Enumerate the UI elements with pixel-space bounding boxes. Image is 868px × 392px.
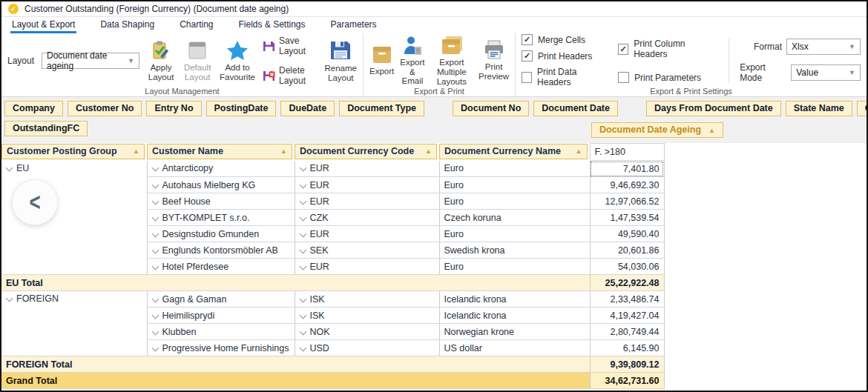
header-customer-name[interactable]: Customer Name▲ bbox=[147, 144, 292, 159]
chip-outstanding-fc[interactable]: OutstandingFC bbox=[4, 121, 88, 136]
currency-name-cell[interactable]: Euro bbox=[439, 161, 590, 177]
value-cell[interactable]: 1,47,539.54 bbox=[590, 210, 664, 226]
currency-code-cell[interactable]: ISK bbox=[295, 291, 439, 308]
print-column-headers-checkbox[interactable]: ✓ Print Column Headers bbox=[618, 39, 715, 59]
save-layout-button[interactable]: Save Layout bbox=[263, 36, 318, 56]
value-cell[interactable]: 2,33,486.74 bbox=[590, 291, 664, 308]
customer-cell[interactable]: Progressive Home Furnishings bbox=[147, 340, 295, 356]
collapse-chevron-icon[interactable] bbox=[299, 295, 306, 302]
export-email-button[interactable]: Export & Email bbox=[400, 36, 424, 87]
collapse-chevron-icon[interactable] bbox=[299, 262, 306, 270]
collapse-chevron-icon[interactable] bbox=[6, 164, 13, 171]
tab-layout-export[interactable]: Layout & Export bbox=[10, 17, 76, 33]
chip-entry-no[interactable]: Entry No bbox=[146, 101, 201, 116]
collapse-chevron-icon[interactable] bbox=[151, 295, 159, 302]
chip-state-name[interactable]: State Name bbox=[786, 101, 852, 116]
collapse-chevron-icon[interactable] bbox=[151, 344, 159, 351]
currency-code-cell[interactable]: NOK bbox=[295, 324, 439, 340]
export-multiple-layouts-button[interactable]: Export Multiple Layouts bbox=[431, 35, 473, 87]
customer-cell[interactable]: BYT-KOMPLET s.r.o. bbox=[147, 210, 295, 226]
collapse-chevron-icon[interactable] bbox=[299, 246, 306, 253]
chip-days-from-document-date[interactable]: Days From Document Date bbox=[646, 101, 781, 116]
chip-company[interactable]: Company bbox=[4, 101, 63, 116]
format-dropdown[interactable]: Xlsx ▼ bbox=[786, 39, 861, 55]
collapse-chevron-icon[interactable] bbox=[299, 213, 306, 221]
collapse-chevron-icon[interactable] bbox=[151, 328, 159, 335]
chip-posting-date[interactable]: PostingDate bbox=[206, 101, 277, 116]
value-cell[interactable]: 49,590.40 bbox=[590, 226, 664, 242]
header-document-currency-name[interactable]: Document Currency Name▲ bbox=[439, 144, 588, 159]
customer-cell[interactable]: Antarcticopy bbox=[147, 161, 295, 177]
header-document-currency-code[interactable]: Document Currency Code▲ bbox=[295, 144, 437, 159]
tab-parameters[interactable]: Parameters bbox=[329, 17, 378, 33]
grand-total-value[interactable]: 34,62,731.60 bbox=[590, 373, 664, 389]
tab-data-shaping[interactable]: Data Shaping bbox=[99, 17, 156, 33]
collapse-chevron-icon[interactable] bbox=[151, 246, 159, 253]
print-data-headers-checkbox[interactable]: Print Data Headers bbox=[522, 67, 608, 87]
collapse-chevron-icon[interactable] bbox=[151, 181, 159, 188]
currency-name-cell[interactable]: Swedish krona bbox=[439, 242, 590, 259]
collapse-chevron-icon[interactable] bbox=[299, 230, 306, 237]
currency-code-cell[interactable]: USD bbox=[295, 340, 439, 356]
print-headers-checkbox[interactable]: ✓ Print Headers bbox=[522, 50, 608, 62]
currency-name-cell[interactable]: Euro bbox=[439, 177, 590, 193]
chip-document-type[interactable]: Document Type bbox=[339, 101, 424, 116]
chip-document-date-ageing[interactable]: Document Date Ageing▲ bbox=[591, 122, 723, 138]
value-cell[interactable]: 54,030.06 bbox=[590, 259, 664, 275]
rename-layout-button[interactable]: Rename Layout bbox=[325, 39, 357, 83]
value-cell[interactable]: 9,46,692.30 bbox=[590, 177, 664, 193]
value-cell[interactable]: 2,80,749.44 bbox=[590, 324, 664, 340]
value-cell[interactable]: 12,97,066.52 bbox=[590, 193, 664, 210]
chip-due-date[interactable]: DueDate bbox=[280, 101, 335, 116]
customer-cell[interactable]: Englunds Kontorsmöbler AB bbox=[147, 242, 295, 259]
customer-cell[interactable]: Gagn & Gaman bbox=[147, 291, 295, 308]
header-value-column[interactable]: F. >180 bbox=[590, 144, 664, 161]
eu-total-value[interactable]: 25,22,922.48 bbox=[590, 275, 664, 291]
chip-document-no[interactable]: Document No bbox=[453, 101, 529, 116]
collapse-chevron-icon[interactable] bbox=[299, 197, 306, 205]
apply-layout-button[interactable]: Apply Layout bbox=[147, 40, 175, 82]
collapse-chevron-icon[interactable] bbox=[151, 213, 159, 221]
currency-code-cell[interactable]: SEK bbox=[295, 242, 439, 259]
collapse-chevron-icon[interactable] bbox=[299, 165, 306, 172]
collapse-panel-button[interactable]: < bbox=[12, 179, 58, 225]
header-customer-posting-group[interactable]: Customer Posting Group▲ bbox=[1, 144, 145, 159]
currency-code-cell[interactable]: EUR bbox=[295, 193, 439, 210]
collapse-chevron-icon[interactable] bbox=[299, 344, 306, 351]
collapse-chevron-icon[interactable] bbox=[299, 328, 306, 335]
group-cell-foreign[interactable]: FOREIGN bbox=[1, 291, 147, 356]
merge-cells-checkbox[interactable]: ✓ Merge Cells bbox=[522, 34, 608, 45]
export-mode-dropdown[interactable]: Value ▼ bbox=[791, 64, 861, 81]
currency-code-cell[interactable]: CZK bbox=[295, 210, 439, 226]
currency-code-cell[interactable]: ISK bbox=[295, 308, 439, 324]
currency-code-cell[interactable]: EUR bbox=[295, 226, 439, 242]
chip-currency-code[interactable]: Currency Code bbox=[857, 101, 868, 116]
collapse-chevron-icon[interactable] bbox=[151, 230, 159, 237]
currency-name-cell[interactable]: Czech koruna bbox=[439, 210, 590, 226]
currency-name-cell[interactable]: Icelandic krona bbox=[439, 308, 590, 324]
customer-cell[interactable]: Klubben bbox=[147, 324, 295, 340]
value-cell[interactable]: 6,145.90 bbox=[590, 340, 664, 356]
currency-name-cell[interactable]: Euro bbox=[439, 259, 590, 275]
tab-charting[interactable]: Charting bbox=[178, 17, 214, 33]
currency-name-cell[interactable]: Icelandic krona bbox=[439, 291, 590, 308]
delete-layout-button[interactable]: Delete Layout bbox=[263, 65, 318, 86]
export-button[interactable]: Export bbox=[369, 45, 394, 76]
print-preview-button[interactable]: Print Preview bbox=[479, 40, 509, 82]
collapse-chevron-icon[interactable] bbox=[151, 262, 159, 270]
collapse-chevron-icon[interactable] bbox=[151, 311, 159, 319]
customer-cell[interactable]: Hotel Pferdesee bbox=[147, 259, 295, 275]
add-to-favourite-button[interactable]: Add to Favourite bbox=[220, 40, 255, 82]
default-layout-button[interactable]: Default Layout bbox=[183, 40, 212, 82]
chip-customer-no[interactable]: Customer No bbox=[68, 101, 142, 116]
customer-cell[interactable]: Autohaus Mielberg KG bbox=[147, 177, 295, 193]
currency-name-cell[interactable]: Norwegian krone bbox=[439, 324, 590, 340]
print-parameters-checkbox[interactable]: Print Parameters bbox=[618, 72, 715, 83]
customer-cell[interactable]: Beef House bbox=[147, 193, 295, 210]
value-cell[interactable]: 20,601.86 bbox=[590, 242, 664, 259]
currency-code-cell[interactable]: EUR bbox=[295, 259, 439, 275]
currency-name-cell[interactable]: US dollar bbox=[439, 340, 590, 356]
layout-dropdown[interactable]: Document date ageing ▼ bbox=[42, 53, 139, 69]
tab-fields-settings[interactable]: Fields & Settings bbox=[237, 17, 306, 33]
value-cell-selected[interactable]: 7,401.80 bbox=[590, 161, 664, 177]
